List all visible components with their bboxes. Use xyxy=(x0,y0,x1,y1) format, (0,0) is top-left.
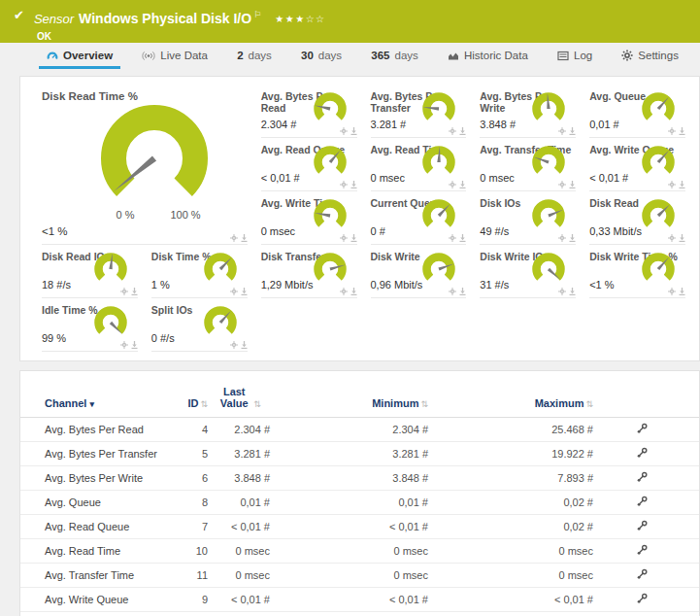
channel-name[interactable]: Avg. Transfer Time xyxy=(45,569,171,581)
gauge-settings-icon[interactable] xyxy=(230,341,238,349)
table-row[interactable]: Avg. Bytes Per Read 4 2.304 # 2.304 # 25… xyxy=(20,418,699,442)
gauge-settings-icon[interactable] xyxy=(120,341,128,349)
column-header-channel[interactable]: Channel▾ xyxy=(45,397,171,409)
column-header-id[interactable]: ID⇅ xyxy=(171,397,208,409)
column-header-maximum[interactable]: Maximum⇅ xyxy=(428,397,593,409)
gauge-cell[interactable]: Idle Time % 99 % xyxy=(42,298,138,352)
gauge-pin-icon[interactable] xyxy=(679,288,685,295)
wrench-icon[interactable] xyxy=(636,520,648,531)
tab-2-days[interactable]: 2 days xyxy=(229,47,280,66)
gauge-cell[interactable]: Avg. Read Queue < 0,01 # xyxy=(261,138,357,191)
gauge-settings-icon[interactable] xyxy=(449,234,456,242)
table-row[interactable]: Avg. Bytes Per Write 6 3.848 # 3.848 # 7… xyxy=(20,466,699,491)
gauge-settings-icon[interactable] xyxy=(449,288,456,295)
gauge-settings-icon[interactable] xyxy=(230,234,238,242)
gauge-cell[interactable]: Avg. Write Time 0 msec xyxy=(261,191,357,245)
gauge-settings-icon[interactable] xyxy=(340,127,348,135)
gauge-pin-icon[interactable] xyxy=(131,288,138,295)
channel-name[interactable]: Avg. Write Queue xyxy=(45,594,171,605)
flag-icon[interactable]: ⚐ xyxy=(253,10,261,19)
channel-name[interactable]: Avg. Bytes Per Read xyxy=(45,424,171,435)
gauge-cell-actions[interactable] xyxy=(449,288,466,295)
wrench-icon[interactable] xyxy=(636,496,648,507)
channel-actions[interactable] xyxy=(593,568,689,582)
gauge-cell[interactable]: Disk Write Time % <1 % xyxy=(589,245,685,298)
gauge-cell-actions[interactable] xyxy=(668,288,685,295)
gauge-cell[interactable]: Disk IOs 49 #/s xyxy=(480,191,576,245)
gauge-settings-icon[interactable] xyxy=(120,288,128,295)
gauge-cell-actions[interactable] xyxy=(449,127,466,135)
gauge-cell-actions[interactable] xyxy=(340,288,357,295)
gauge-pin-icon[interactable] xyxy=(679,234,685,242)
gauge-pin-icon[interactable] xyxy=(569,234,576,242)
channel-actions[interactable] xyxy=(593,544,689,558)
channel-name[interactable]: Avg. Bytes Per Write xyxy=(45,472,171,484)
gauge-settings-icon[interactable] xyxy=(668,288,676,295)
table-row[interactable]: Avg. Read Queue 7 < 0,01 # < 0,01 # 0,02… xyxy=(20,515,699,539)
gauge-cell-actions[interactable] xyxy=(340,127,357,135)
table-row[interactable]: Avg. Bytes Per Transfer 5 3.281 # 3.281 … xyxy=(20,442,699,466)
gauge-cell[interactable]: Avg. Bytes Per Write 3.848 # xyxy=(480,85,576,138)
tab-historic-data[interactable]: Historic Data xyxy=(440,47,536,66)
column-header-last-value[interactable]: Last Value⇅ xyxy=(208,386,270,409)
table-row[interactable]: Avg. Write Queue 9 < 0,01 # < 0,01 # < 0… xyxy=(20,588,699,612)
gauge-cell-actions[interactable] xyxy=(668,127,685,135)
gauge-pin-icon[interactable] xyxy=(350,181,357,188)
gauge-cell-actions[interactable] xyxy=(558,288,576,295)
gauge-cell-actions[interactable] xyxy=(230,234,248,242)
channel-name[interactable]: Avg. Bytes Per Transfer xyxy=(45,448,171,460)
channel-actions[interactable] xyxy=(593,447,689,461)
gauge-cell-actions[interactable] xyxy=(668,234,685,242)
gauge-pin-icon[interactable] xyxy=(459,127,466,135)
gauge-cell-actions[interactable] xyxy=(230,341,248,349)
gauge-settings-icon[interactable] xyxy=(449,181,456,188)
gauge-settings-icon[interactable] xyxy=(340,234,348,242)
gauge-cell[interactable]: Disk Write IOs 31 #/s xyxy=(480,245,576,298)
wrench-icon[interactable] xyxy=(636,593,648,604)
gauge-cell[interactable]: Disk Write 0,96 Mbit/s xyxy=(371,245,467,298)
gauge-pin-icon[interactable] xyxy=(350,234,357,242)
gauge-cell[interactable]: Avg. Queue 0,01 # xyxy=(589,85,685,138)
gauge-cell[interactable]: Avg. Write Queue < 0,01 # xyxy=(589,138,685,191)
gauge-cell-actions[interactable] xyxy=(558,234,576,242)
gauge-cell[interactable]: Avg. Read Time 0 msec xyxy=(371,138,467,191)
channel-actions[interactable] xyxy=(593,520,689,533)
column-header-minimum[interactable]: Minimum⇅ xyxy=(270,397,428,409)
gauge-settings-icon[interactable] xyxy=(558,288,566,295)
channel-actions[interactable] xyxy=(593,471,689,485)
gauge-cell-actions[interactable] xyxy=(340,234,357,242)
gauge-settings-icon[interactable] xyxy=(340,181,348,188)
gauge-pin-icon[interactable] xyxy=(679,181,685,188)
gauge-pin-icon[interactable] xyxy=(350,288,357,295)
gauge-cell[interactable]: Avg. Transfer Time 0 msec xyxy=(480,138,576,191)
gauge-cell-actions[interactable] xyxy=(668,181,685,188)
gauge-pin-icon[interactable] xyxy=(569,127,576,135)
gauge-cell[interactable]: Avg. Bytes Per Transfer 3.281 # xyxy=(371,85,467,138)
gauge-cell[interactable]: Split IOs 0 #/s xyxy=(151,298,248,352)
gauge-settings-icon[interactable] xyxy=(449,127,456,135)
gauge-settings-icon[interactable] xyxy=(340,288,348,295)
gauge-settings-icon[interactable] xyxy=(230,288,238,295)
gauge-pin-icon[interactable] xyxy=(241,341,248,349)
wrench-icon[interactable] xyxy=(636,568,648,580)
gauge-cell-actions[interactable] xyxy=(340,181,357,188)
tab-overview[interactable]: Overview xyxy=(39,47,120,69)
gauge-cell[interactable]: Current Queue 0 # xyxy=(371,191,467,245)
channel-actions[interactable] xyxy=(593,496,689,509)
priority-stars[interactable]: ★★★☆☆ xyxy=(275,14,325,24)
tab-settings[interactable]: Settings xyxy=(614,47,686,66)
gauge-pin-icon[interactable] xyxy=(569,288,576,295)
table-row[interactable]: Avg. Transfer Time 11 0 msec 0 msec 0 ms… xyxy=(20,564,699,588)
wrench-icon[interactable] xyxy=(636,471,648,483)
gauge-cell-actions[interactable] xyxy=(449,234,466,242)
tab-365-days[interactable]: 365 days xyxy=(363,47,425,66)
gauge-cell-actions[interactable] xyxy=(558,181,576,188)
gauge-settings-icon[interactable] xyxy=(558,234,566,242)
table-row[interactable]: Avg. Read Time 10 0 msec 0 msec 0 msec xyxy=(20,539,699,564)
tab-30-days[interactable]: 30 days xyxy=(293,47,350,66)
table-row[interactable]: Avg. Queue 8 0,01 # 0,01 # 0,02 # xyxy=(20,491,699,515)
channel-name[interactable]: Avg. Queue xyxy=(45,496,171,508)
gauge-cell-actions[interactable] xyxy=(120,288,138,295)
channel-name[interactable]: Avg. Read Queue xyxy=(45,521,171,532)
gauge-settings-icon[interactable] xyxy=(558,181,566,188)
